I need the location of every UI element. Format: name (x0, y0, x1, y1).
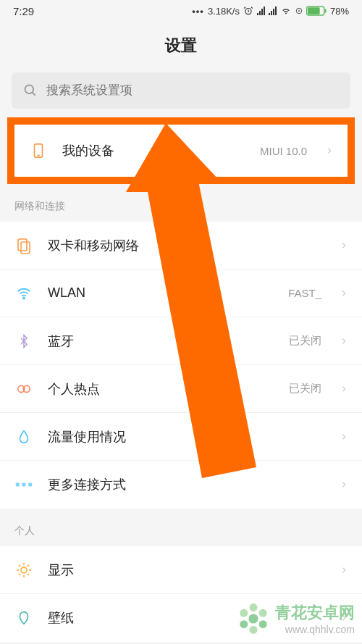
chevron-right-icon (340, 479, 348, 490)
svg-point-32 (240, 620, 248, 628)
dual-sim-item[interactable]: 双卡和移动网络 (0, 222, 362, 269)
chevron-right-icon (340, 383, 348, 395)
item-value: FAST_ (288, 287, 321, 299)
highlighted-my-device: 我的设备 MIUI 10.0 (7, 117, 355, 184)
display-item[interactable]: 显示 (0, 546, 362, 594)
battery-icon (306, 6, 327, 16)
svg-point-11 (23, 297, 25, 298)
svg-line-23 (28, 574, 29, 575)
alarm-icon (243, 6, 253, 16)
signal-icon-1 (257, 7, 265, 15)
status-dots: ••• (192, 6, 204, 17)
wallpaper-icon (14, 609, 33, 627)
chevron-right-icon (340, 288, 348, 299)
status-indicators: ••• 3.18K/s 78% (192, 6, 349, 17)
chevron-right-icon (340, 335, 348, 347)
svg-line-6 (33, 93, 35, 96)
section-network: 双卡和移动网络 WLAN FAST_ 蓝牙 已关闭 个人热点 已关闭 流量使用情… (0, 222, 362, 509)
chevron-right-icon (340, 240, 348, 251)
item-value: MIUI 10.0 (260, 145, 307, 157)
battery-percent: 78% (330, 6, 349, 17)
watermark: 青花安卓网 www.qhhlv.com (237, 602, 355, 635)
more-icon (14, 475, 33, 494)
item-label: 双卡和移动网络 (48, 237, 326, 254)
hotspot-icon (14, 380, 33, 398)
search-bar[interactable] (12, 72, 350, 109)
charge-icon (295, 6, 303, 16)
search-icon (23, 83, 38, 98)
sim-icon (14, 236, 33, 255)
item-label: 我的设备 (62, 142, 245, 159)
item-label: 更多连接方式 (48, 476, 326, 493)
data-speed: 3.18K/s (208, 6, 240, 17)
svg-point-14 (16, 482, 20, 486)
chevron-right-icon (340, 431, 348, 443)
data-usage-item[interactable]: 流量使用情况 (0, 413, 362, 461)
display-icon (14, 561, 33, 580)
status-bar: 7:29 ••• 3.18K/s 78% (0, 0, 362, 22)
section-header-personal: 个人 (0, 509, 362, 546)
svg-line-25 (28, 564, 29, 566)
svg-point-15 (22, 482, 25, 486)
my-device-item[interactable]: 我的设备 MIUI 10.0 (14, 125, 348, 177)
signal-icon-2 (269, 7, 277, 15)
item-label: 蓝牙 (48, 333, 274, 350)
svg-point-27 (248, 614, 258, 623)
more-connections-item[interactable]: 更多连接方式 (0, 461, 362, 509)
phone-icon (29, 141, 48, 160)
item-label: 显示 (48, 561, 326, 579)
item-label: 流量使用情况 (48, 428, 326, 446)
page-title: 设置 (0, 22, 362, 72)
svg-point-17 (21, 567, 27, 573)
data-usage-icon (14, 427, 33, 446)
svg-point-16 (28, 482, 32, 486)
svg-rect-10 (21, 242, 30, 254)
watermark-url: www.qhhlv.com (275, 624, 355, 635)
bluetooth-icon (14, 332, 33, 351)
svg-point-29 (259, 609, 267, 617)
svg-line-24 (19, 574, 20, 575)
watermark-logo-icon (237, 603, 269, 635)
item-value: 已关闭 (289, 334, 321, 348)
status-time: 7:29 (13, 5, 34, 17)
chevron-right-icon (326, 145, 333, 156)
chevron-right-icon (340, 564, 348, 576)
item-label: 个人热点 (48, 380, 274, 398)
svg-point-33 (240, 609, 248, 617)
hotspot-item[interactable]: 个人热点 已关闭 (0, 365, 362, 413)
svg-line-22 (19, 564, 20, 566)
svg-point-30 (259, 620, 267, 628)
section-header-network: 网络和连接 (0, 184, 362, 222)
watermark-title: 青花安卓网 (275, 602, 355, 624)
svg-rect-4 (325, 9, 327, 13)
item-value: 已关闭 (289, 382, 321, 396)
svg-rect-9 (18, 239, 27, 251)
wlan-item[interactable]: WLAN FAST_ (0, 269, 362, 317)
svg-point-5 (25, 85, 34, 94)
search-input[interactable] (46, 83, 339, 98)
wifi-status-icon (280, 6, 292, 16)
svg-point-31 (250, 626, 258, 634)
svg-point-28 (250, 603, 258, 611)
svg-rect-3 (308, 7, 320, 14)
bluetooth-item[interactable]: 蓝牙 已关闭 (0, 317, 362, 365)
item-label: WLAN (48, 285, 274, 301)
wifi-icon (14, 284, 33, 303)
